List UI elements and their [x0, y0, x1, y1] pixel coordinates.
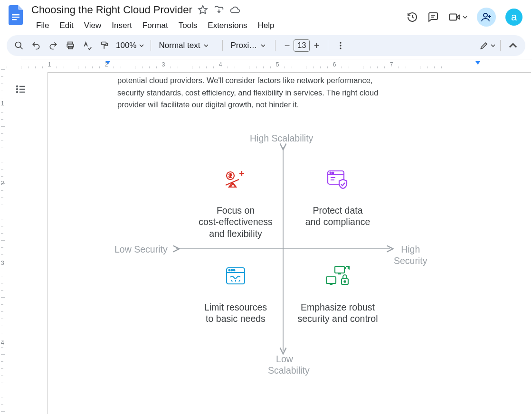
body-text[interactable]: potential cloud providers. We'll conside…: [117, 75, 401, 111]
svg-rect-9: [101, 42, 106, 45]
print-icon[interactable]: [63, 38, 78, 53]
star-icon[interactable]: [197, 4, 209, 16]
menu-insert[interactable]: Insert: [107, 19, 137, 32]
menu-format[interactable]: Format: [138, 19, 173, 32]
document-page[interactable]: potential cloud providers. We'll conside…: [48, 72, 531, 414]
data-shield-icon: [290, 169, 385, 190]
menu-bar: File Edit View Insert Format Tools Exten…: [31, 19, 401, 32]
svg-point-14: [17, 89, 18, 90]
menu-file[interactable]: File: [31, 19, 54, 32]
svg-point-4: [484, 13, 487, 17]
svg-point-24: [229, 270, 230, 271]
axis-left-label: Low Security: [114, 244, 168, 255]
menu-view[interactable]: View: [79, 19, 106, 32]
svg-point-11: [340, 45, 342, 46]
outline-icon[interactable]: [15, 84, 27, 95]
fontsize-increase[interactable]: +: [310, 39, 323, 52]
svg-point-30: [344, 281, 345, 282]
editing-mode[interactable]: [479, 38, 495, 53]
basic-browser-icon: [186, 265, 285, 287]
spellcheck-icon[interactable]: [80, 38, 95, 53]
axis-right-label: High Security: [394, 244, 427, 267]
axis-top-label: High Scalability: [250, 132, 313, 144]
toolbar: 100% Normal text Proxi… − +: [7, 35, 525, 56]
ruler-vertical[interactable]: 1234: [0, 69, 7, 414]
svg-rect-27: [335, 266, 344, 273]
right-indent-marker[interactable]: [475, 60, 481, 67]
more-icon[interactable]: [333, 38, 348, 53]
svg-rect-0: [12, 14, 19, 15]
svg-rect-1: [12, 17, 19, 18]
svg-rect-2: [12, 19, 17, 20]
paint-format-icon[interactable]: [97, 38, 112, 53]
move-icon[interactable]: [213, 4, 225, 16]
font-select[interactable]: Proxi…: [228, 41, 270, 50]
svg-point-21: [330, 172, 332, 174]
cost-balance-icon: [183, 169, 288, 190]
svg-point-5: [16, 42, 21, 48]
quadrant-bottom-right: Emphasize robustsecurity and control: [285, 265, 390, 325]
svg-point-26: [234, 270, 235, 271]
secure-devices-icon: [285, 265, 390, 287]
svg-point-25: [231, 270, 233, 271]
menu-help[interactable]: Help: [253, 19, 279, 32]
quadrant-top-left: Focus oncost-effectivenessand flexibilit…: [183, 169, 288, 239]
redo-icon[interactable]: [46, 38, 61, 53]
axis-bottom-label: LowScalability: [268, 353, 301, 376]
svg-point-13: [17, 86, 18, 87]
collapse-icon[interactable]: [505, 38, 521, 53]
fontsize-decrease[interactable]: −: [280, 39, 294, 52]
quadrant-bottom-left: Limit resourcesto basic needs: [186, 265, 285, 325]
docs-logo[interactable]: [7, 4, 26, 27]
svg-rect-3: [449, 14, 456, 20]
share-button[interactable]: [477, 8, 496, 27]
undo-icon[interactable]: [28, 38, 44, 53]
cloud-icon[interactable]: [229, 4, 241, 16]
meet-icon[interactable]: [448, 11, 467, 23]
style-select[interactable]: Normal text: [156, 41, 218, 50]
svg-point-15: [17, 92, 18, 93]
quadrant-top-right: Protect dataand compliance: [290, 169, 385, 228]
doc-title[interactable]: Choosing the Right Cloud Provider: [31, 4, 192, 16]
search-icon[interactable]: [11, 38, 27, 53]
account-avatar[interactable]: a: [505, 9, 522, 26]
ruler-horizontal[interactable]: 1234567: [21, 59, 532, 69]
svg-point-22: [332, 172, 334, 174]
menu-edit[interactable]: Edit: [55, 19, 78, 32]
svg-rect-28: [326, 277, 336, 283]
menu-extensions[interactable]: Extensions: [203, 19, 252, 32]
zoom-select[interactable]: 100%: [114, 41, 146, 50]
fontsize-input[interactable]: [294, 39, 310, 52]
comments-icon[interactable]: [428, 11, 439, 23]
svg-point-10: [340, 42, 342, 44]
history-icon[interactable]: [407, 11, 418, 23]
quadrant-diagram: High Scalability LowScalability Low Secu…: [110, 128, 423, 384]
svg-point-12: [340, 47, 342, 49]
menu-tools[interactable]: Tools: [174, 19, 202, 32]
